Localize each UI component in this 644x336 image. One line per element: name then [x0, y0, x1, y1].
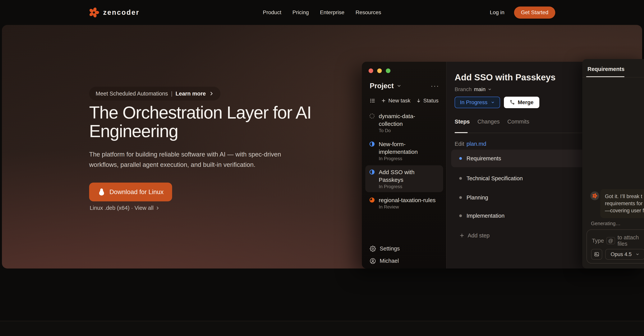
linux-penguin-icon	[98, 188, 106, 196]
chevron-right-icon	[156, 206, 160, 210]
plus-icon	[459, 233, 464, 238]
zencoder-logo-icon	[88, 7, 99, 18]
chat-header-divider	[582, 77, 644, 78]
badge-separator: |	[171, 91, 172, 97]
model-selector[interactable]: Opus 4.5	[605, 249, 644, 260]
project-menu-icon[interactable]: ···	[431, 84, 439, 88]
tab-steps[interactable]: Steps	[455, 119, 470, 125]
nav-actions: Log in Get Started	[490, 0, 555, 25]
get-started-button[interactable]: Get Started	[514, 7, 555, 19]
minimize-window-icon[interactable]	[377, 69, 382, 73]
task-title: Add SSO with Passkeys	[455, 72, 556, 83]
active-tab-underline	[455, 132, 468, 133]
requirements-chat-panel: Requirements Got it. I’ll break t requir…	[582, 59, 644, 268]
git-branch-icon	[510, 100, 515, 105]
chat-input[interactable]: Type @ to attach files Opus 4.5	[586, 229, 644, 263]
detail-tabs: Steps Changes Commits	[455, 119, 529, 125]
badge-text: Meet Scheduled Automations	[96, 91, 168, 97]
hero-title: The Orchestration Layer for AI Engineeri…	[89, 103, 376, 140]
task-row[interactable]: dynamic-data-collection To Do	[365, 109, 443, 136]
page: zencoder Product Pricing Enterprise Reso…	[0, 0, 644, 336]
at-key-badge: @	[606, 237, 615, 244]
download-meta[interactable]: Linux .deb (x64) · View all	[90, 205, 160, 211]
status-in-review-icon	[370, 198, 374, 202]
close-window-icon[interactable]	[368, 69, 373, 73]
brand-name: zencoder	[103, 9, 140, 17]
chevron-down-icon	[488, 88, 492, 91]
add-step-button[interactable]: Add step	[459, 230, 490, 241]
branch-selector[interactable]: Branch main	[455, 86, 492, 92]
task-row[interactable]: New-form-implementation In Progress	[365, 137, 443, 164]
nav-link-enterprise[interactable]: Enterprise	[320, 10, 344, 16]
task-actions: In Progress Merge	[455, 97, 539, 108]
hero-subtitle: The platform for building reliable softw…	[89, 149, 323, 170]
merge-button[interactable]: Merge	[504, 97, 539, 108]
status-sort-button[interactable]: Status	[416, 98, 438, 104]
download-linux-button[interactable]: Download for Linux	[89, 183, 172, 201]
list-view-icon[interactable]	[370, 98, 376, 104]
task-toolbar: New task Status	[370, 97, 438, 105]
project-header: Project ···	[370, 81, 439, 91]
arrow-down-icon	[416, 98, 421, 103]
tab-changes[interactable]: Changes	[478, 119, 500, 125]
nav-link-product[interactable]: Product	[263, 10, 281, 16]
chevron-right-icon	[209, 91, 214, 96]
chevron-down-icon[interactable]	[397, 84, 401, 88]
window-controls	[368, 69, 390, 73]
task-row[interactable]: regional-taxation-rules In Review	[365, 193, 443, 212]
status-in-progress-icon	[370, 170, 374, 175]
chevron-down-icon	[491, 101, 495, 104]
nav-link-resources[interactable]: Resources	[356, 10, 381, 16]
maximize-window-icon[interactable]	[386, 69, 390, 73]
generating-status: Generating…	[591, 221, 620, 226]
tab-commits[interactable]: Commits	[507, 119, 529, 125]
gear-icon	[370, 246, 376, 252]
chevron-down-icon	[636, 252, 640, 256]
step-bullet-icon	[459, 177, 462, 180]
new-task-button[interactable]: New task	[381, 98, 410, 104]
user-account-button[interactable]: Michael	[370, 258, 399, 264]
status-in-progress-icon	[370, 142, 374, 147]
announcement-badge[interactable]: Meet Scheduled Automations | Learn more	[89, 87, 220, 101]
brand-logo[interactable]: zencoder	[88, 0, 140, 25]
project-title[interactable]: Project	[370, 82, 394, 90]
step-bullet-icon	[459, 214, 462, 217]
nav-links: Product Pricing Enterprise Resources	[263, 0, 381, 25]
footer-divider	[0, 321, 644, 336]
assistant-message: Got it. I’ll break t requirements for —c…	[600, 189, 644, 218]
assistant-avatar	[590, 191, 599, 200]
chat-input-actions: Opus 4.5	[591, 249, 644, 260]
navbar: zencoder Product Pricing Enterprise Reso…	[0, 0, 644, 25]
status-todo-icon	[370, 114, 374, 119]
task-list: dynamic-data-collection To Do New-form-i…	[365, 109, 443, 214]
attach-image-button[interactable]	[591, 249, 602, 260]
settings-button[interactable]: Settings	[370, 245, 400, 252]
status-dropdown-button[interactable]: In Progress	[455, 97, 500, 108]
task-row-selected[interactable]: Add SSO with Passkeys In Progress	[365, 165, 443, 192]
login-link[interactable]: Log in	[490, 10, 504, 16]
project-sidebar: Project ··· New task	[362, 62, 446, 268]
learn-more-link[interactable]: Learn more	[176, 91, 206, 97]
step-bullet-icon	[459, 157, 462, 160]
chat-tab-requirements[interactable]: Requirements	[588, 66, 624, 72]
plan-md-link[interactable]: plan.md	[466, 141, 486, 147]
nav-link-pricing[interactable]: Pricing	[292, 10, 309, 16]
plus-icon	[381, 98, 386, 103]
step-bullet-icon	[459, 196, 462, 199]
user-circle-icon	[370, 258, 376, 264]
chat-placeholder: Type @ to attach files	[592, 234, 644, 247]
